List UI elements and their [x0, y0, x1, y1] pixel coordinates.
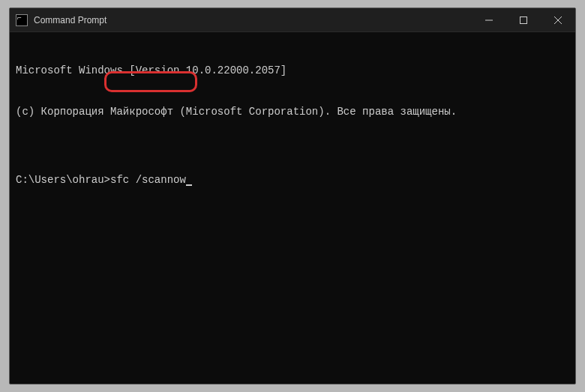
command-prompt-window: Command Prompt Microsoft Windows [Versio… [9, 7, 576, 385]
prompt-line: C:\Users\ohrau>sfc /scannow [16, 173, 569, 187]
terminal-area[interactable]: Microsoft Windows [Version 10.0.22000.20… [10, 32, 575, 384]
command-text: sfc /scannow [110, 174, 186, 186]
cursor [186, 184, 192, 186]
window-controls [472, 8, 575, 31]
version-line: Microsoft Windows [Version 10.0.22000.20… [16, 64, 569, 77]
titlebar-left: Command Prompt [10, 14, 106, 26]
minimize-button[interactable] [472, 8, 506, 31]
prompt-text: C:\Users\ohrau> [16, 174, 110, 186]
maximize-button[interactable] [506, 8, 541, 31]
window-title: Command Prompt [34, 15, 106, 25]
copyright-line: (c) Корпорация Майкрософт (Microsoft Cor… [16, 105, 569, 118]
command-prompt-icon [16, 14, 28, 26]
svg-rect-1 [520, 16, 527, 23]
titlebar[interactable]: Command Prompt [10, 8, 575, 32]
close-button[interactable] [541, 8, 575, 31]
